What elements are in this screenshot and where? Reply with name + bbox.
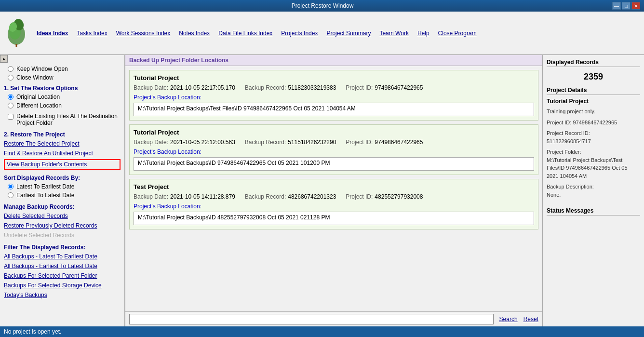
records-area: Tutorial Project Backup Date: 2021-10-05… <box>125 66 542 311</box>
restore-selected-link[interactable]: Restore The Selected Project <box>4 140 121 148</box>
nav-project-summary[interactable]: Project Summary <box>322 28 375 39</box>
project-name: Tutorial Project <box>547 98 640 105</box>
record-info-2: Backup Date: 2021-10-05 22:12:00.563 Bac… <box>134 139 534 146</box>
earliest-to-latest-label: Earliest To Latest Date <box>16 192 75 199</box>
backups-parent-link[interactable]: Backups For Selected Parent Folder <box>4 272 121 280</box>
backup-date-item-2: Backup Date: 2021-10-05 22:12:00.563 <box>134 139 235 146</box>
status-bar: No project is open yet. <box>0 326 644 337</box>
backup-location-box-1: M:\Tutorial Project Backups\Test Files\I… <box>134 103 534 116</box>
backup-date-item-1: Backup Date: 2021-10-05 22:17:05.170 <box>134 84 235 91</box>
close-window-radio[interactable] <box>8 75 13 81</box>
keep-window-open-label: Keep Window Open <box>16 66 68 72</box>
record-title-1: Tutorial Project <box>134 74 534 81</box>
project-id-value-2: 974986467422965 <box>375 139 423 146</box>
different-location-radio[interactable] <box>8 103 13 108</box>
nav-ideas-index[interactable]: Ideas Index <box>33 28 72 39</box>
latest-to-earliest-radio[interactable] <box>8 184 13 189</box>
record-card-2[interactable]: Tutorial Project Backup Date: 2021-10-05… <box>129 124 538 175</box>
keep-window-open-option[interactable]: Keep Window Open <box>8 66 121 72</box>
backup-location-box-2: M:\Tutorial Project Backups\ID 974986467… <box>134 157 534 171</box>
all-backups-latest-link[interactable]: All Backups - Latest To Earliest Date <box>4 253 121 260</box>
nav-notes-index[interactable]: Notes Index <box>175 28 214 39</box>
find-restore-link[interactable]: Find & Restore An Unlisted Project <box>4 149 121 157</box>
nav-tasks-index[interactable]: Tasks Index <box>73 28 111 39</box>
left-panel: ▲ Keep Window Open Close Window 1. Set T… <box>0 55 125 326</box>
menu-bar: Ideas Index Tasks Index Work Sessions In… <box>0 12 644 55</box>
folder-info: Project Folder: M:\Tutorial Project Back… <box>547 148 640 180</box>
original-location-radio[interactable] <box>8 94 13 100</box>
close-button[interactable]: ✕ <box>631 2 640 10</box>
different-location-option[interactable]: Different Location <box>8 102 121 109</box>
delete-existing-checkbox[interactable] <box>8 114 13 120</box>
record-title-3: Test Project <box>134 183 534 190</box>
window-title: Project Restore Window <box>33 2 612 9</box>
nav-help[interactable]: Help <box>414 28 433 39</box>
manage-actions-group: Delete Selected Records Restore Previous… <box>4 212 121 239</box>
backup-record-value-1: 511823033219383 <box>288 84 336 91</box>
backup-record-item-3: Backup Record: 482686742201323 <box>245 193 336 200</box>
scroll-up-btn[interactable]: ▲ <box>0 55 8 63</box>
backup-location-label-2: Project's Backup Location: <box>134 148 534 155</box>
minimize-button[interactable]: — <box>612 2 621 10</box>
filter-actions-group: All Backups - Latest To Earliest Date Al… <box>4 253 121 299</box>
record-id-label: Project Record ID: <box>547 130 590 136</box>
backup-date-label-3: Backup Date: <box>134 193 168 200</box>
earliest-to-latest-radio[interactable] <box>8 192 13 198</box>
all-backups-earliest-link[interactable]: All Backups - Earliest To Latest Date <box>4 262 121 270</box>
window-options-group: Keep Window Open Close Window <box>4 66 121 81</box>
backup-date-value-3: 2021-10-05 14:11:28.879 <box>170 193 235 200</box>
nav-close-program[interactable]: Close Program <box>434 28 481 39</box>
folder-label: Project Folder: <box>547 149 581 155</box>
close-window-option[interactable]: Close Window <box>8 74 121 81</box>
project-id-label-1: Project ID: <box>346 84 373 91</box>
nav-team-work[interactable]: Team Work <box>376 28 412 39</box>
backup-desc-info: Backup Description: None. <box>547 183 640 199</box>
keep-window-open-radio[interactable] <box>8 66 13 72</box>
backup-location-label-1: Project's Backup Location: <box>134 94 534 101</box>
latest-to-earliest-label: Latest To Earliest Date <box>16 183 75 190</box>
record-card-3[interactable]: Test Project Backup Date: 2021-10-05 14:… <box>129 179 538 229</box>
right-panel: Displayed Records 2359 Project Details T… <box>543 55 644 326</box>
different-location-label: Different Location <box>16 102 62 109</box>
nav-work-sessions-index[interactable]: Work Sessions Index <box>112 28 174 39</box>
delete-existing-option[interactable]: Delete Existing Files At The Destination… <box>8 113 121 126</box>
backups-storage-link[interactable]: Backups For Selected Storage Device <box>4 282 121 289</box>
center-header: Backed Up Project Folder Locations <box>125 55 542 66</box>
backup-record-label-3: Backup Record: <box>245 193 286 200</box>
displayed-records-value: 2359 <box>547 70 640 84</box>
nav-items: Ideas Index Tasks Index Work Sessions In… <box>33 28 481 39</box>
backup-date-label-2: Backup Date: <box>134 139 168 146</box>
original-location-option[interactable]: Original Location <box>8 94 121 100</box>
project-details-title: Project Details <box>547 87 640 95</box>
center-panel: Backed Up Project Folder Locations Tutor… <box>125 55 543 326</box>
todays-backups-link[interactable]: Today's Backups <box>4 291 121 299</box>
displayed-records-title: Displayed Records <box>547 59 640 67</box>
backup-record-value-3: 482686742201323 <box>288 193 336 200</box>
record-info-1: Backup Date: 2021-10-05 22:17:05.170 Bac… <box>134 84 534 91</box>
title-bar: Project Restore Window — □ ✕ <box>0 0 644 12</box>
project-id-label: Project ID: <box>547 120 571 125</box>
search-input[interactable] <box>129 314 494 324</box>
search-button[interactable]: Search <box>499 315 518 323</box>
folder-value: M:\Tutorial Project Backups\Test Files\I… <box>547 157 628 179</box>
backup-desc-label: Backup Description: <box>547 184 594 189</box>
record-card-1[interactable]: Tutorial Project Backup Date: 2021-10-05… <box>129 70 538 121</box>
undelete-selected-link: Undelete Selected Records <box>4 231 121 239</box>
backup-date-label-1: Backup Date: <box>134 84 168 91</box>
restore-actions-group: Restore The Selected Project Find & Rest… <box>4 140 121 170</box>
view-backup-link[interactable]: View Backup Folder's Contents <box>4 159 121 170</box>
maximize-button[interactable]: □ <box>622 2 631 10</box>
restore-previously-link[interactable]: Restore Previously Deleted Records <box>4 222 121 229</box>
earliest-to-latest-option[interactable]: Earliest To Latest Date <box>8 192 121 199</box>
latest-to-earliest-option[interactable]: Latest To Earliest Date <box>8 183 121 190</box>
record-id-info: Project Record ID: 511822960854717 <box>547 129 640 145</box>
backup-record-label-2: Backup Record: <box>245 139 286 146</box>
restore-options-group: Original Location Different Location Del… <box>4 94 121 126</box>
app-logo <box>4 17 28 49</box>
delete-selected-link[interactable]: Delete Selected Records <box>4 212 121 220</box>
sort-options-group: Latest To Earliest Date Earliest To Late… <box>4 183 121 199</box>
nav-projects-index[interactable]: Projects Index <box>277 28 322 39</box>
original-location-label: Original Location <box>16 94 60 100</box>
reset-button[interactable]: Reset <box>523 315 538 323</box>
nav-data-file-links-index[interactable]: Data File Links Index <box>215 28 276 39</box>
